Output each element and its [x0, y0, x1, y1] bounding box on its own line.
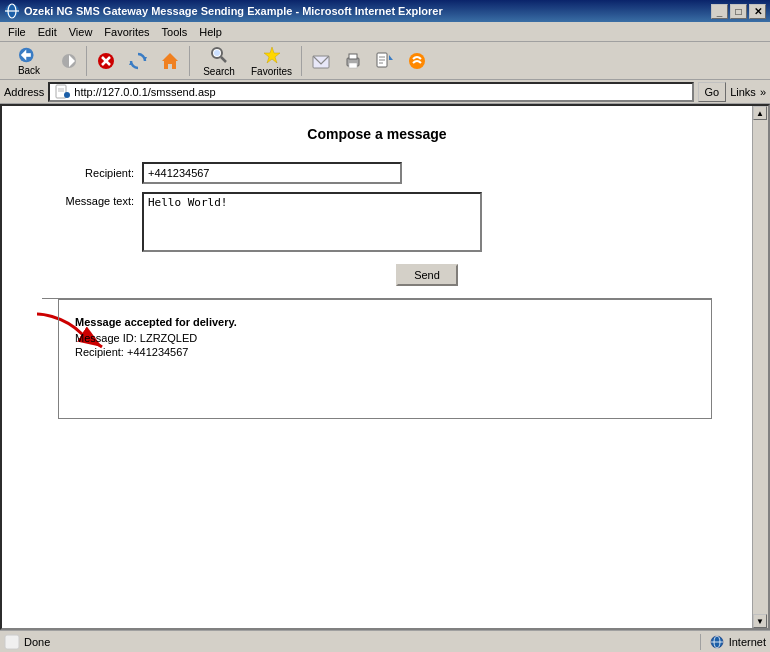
menu-view[interactable]: View [63, 24, 99, 40]
result-title: Message accepted for delivery. [75, 316, 695, 328]
svg-point-16 [214, 50, 220, 56]
back-button[interactable]: Back [4, 44, 54, 78]
home-button[interactable] [155, 44, 185, 78]
svg-line-15 [221, 57, 226, 62]
search-icon [209, 45, 229, 65]
main-content: ▲ ▼ Compose a message Recipient: Message… [0, 104, 770, 630]
toolbar-separator-2 [189, 46, 190, 76]
done-label: Done [24, 636, 50, 648]
home-icon [160, 51, 180, 71]
refresh-icon [128, 51, 148, 71]
scroll-up-button[interactable]: ▲ [753, 106, 767, 120]
status-bar: Done Internet [0, 630, 770, 652]
menu-edit[interactable]: Edit [32, 24, 63, 40]
search-button[interactable]: Search [194, 44, 244, 78]
svg-rect-20 [349, 54, 357, 59]
internet-label: Internet [729, 636, 766, 648]
recipient-input[interactable] [142, 162, 402, 184]
textarea-wrap [142, 192, 482, 252]
svg-rect-34 [5, 635, 19, 649]
recipient-label: Recipient: [42, 167, 142, 179]
favorites-button[interactable]: Favorites [246, 44, 297, 78]
edit-icon [375, 51, 395, 71]
menu-bar: File Edit View Favorites Tools Help [0, 22, 770, 42]
toolbar: Back [0, 42, 770, 80]
favorites-icon [262, 45, 282, 65]
result-message-id: Message ID: LZRZQLED [75, 332, 695, 344]
status-done: Done [4, 634, 700, 650]
links-arrow[interactable]: » [760, 86, 766, 98]
title-bar: Ozeki NG SMS Gateway Message Sending Exa… [0, 0, 770, 22]
refresh-button[interactable] [123, 44, 153, 78]
svg-marker-17 [264, 47, 280, 63]
forward-button[interactable] [56, 44, 82, 78]
result-recipient-label: Recipient: [75, 346, 127, 358]
message-input[interactable] [142, 192, 482, 252]
message-label: Message text: [42, 192, 142, 207]
result-section: Message accepted for delivery. Message I… [42, 299, 712, 419]
menu-help[interactable]: Help [193, 24, 228, 40]
page-icon [54, 84, 70, 100]
svg-marker-13 [162, 53, 178, 69]
favorites-label: Favorites [251, 66, 292, 77]
back-label: Back [18, 65, 40, 76]
maximize-button[interactable]: □ [730, 4, 747, 19]
menu-file[interactable]: File [2, 24, 32, 40]
toolbar-separator-1 [86, 46, 87, 76]
message-id-label: Message ID: [75, 332, 140, 344]
status-internet: Internet [700, 634, 766, 650]
menu-favorites[interactable]: Favorites [98, 24, 155, 40]
message-row: Message text: [42, 192, 712, 252]
msn-button[interactable] [402, 44, 432, 78]
message-id-value: LZRZQLED [140, 332, 197, 344]
print-icon [343, 51, 363, 71]
recipient-row: Recipient: [42, 162, 712, 184]
toolbar-separator-3 [301, 46, 302, 76]
scroll-down-button[interactable]: ▼ [753, 614, 767, 628]
svg-rect-21 [349, 63, 357, 68]
svg-marker-26 [389, 55, 393, 60]
result-recipient: Recipient: +441234567 [75, 346, 695, 358]
minimize-button[interactable]: _ [711, 4, 728, 19]
print-button[interactable] [338, 44, 368, 78]
ie-icon [4, 3, 20, 19]
send-btn-row: Send [42, 264, 712, 286]
forward-icon [59, 51, 79, 71]
stop-icon [96, 51, 116, 71]
menu-tools[interactable]: Tools [156, 24, 194, 40]
go-button[interactable]: Go [698, 82, 727, 102]
mail-button[interactable] [306, 44, 336, 78]
address-label: Address [4, 86, 44, 98]
address-input[interactable] [74, 86, 687, 98]
mail-icon [311, 51, 331, 71]
search-label: Search [203, 66, 235, 77]
msn-icon [407, 51, 427, 71]
address-input-wrap [48, 82, 693, 102]
svg-marker-32 [65, 93, 69, 97]
window-title: Ozeki NG SMS Gateway Message Sending Exa… [24, 5, 443, 17]
vertical-scrollbar[interactable]: ▲ ▼ [752, 106, 768, 628]
page-status-icon [4, 634, 20, 650]
close-button[interactable]: ✕ [749, 4, 766, 19]
send-button[interactable]: Send [396, 264, 458, 286]
stop-button[interactable] [91, 44, 121, 78]
result-box: Message accepted for delivery. Message I… [58, 299, 712, 419]
address-bar: Address Go Links » [0, 80, 770, 104]
back-icon [19, 46, 39, 64]
links-label[interactable]: Links [730, 86, 756, 98]
result-recipient-value: +441234567 [127, 346, 188, 358]
internet-icon [709, 634, 725, 650]
edit-button[interactable] [370, 44, 400, 78]
page-title: Compose a message [42, 126, 712, 142]
svg-rect-5 [25, 53, 30, 57]
